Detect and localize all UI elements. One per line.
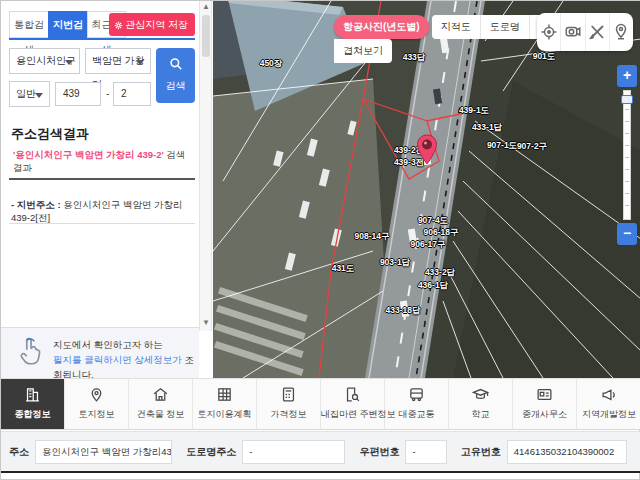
app-window: 통합검색 지번검색 최근검색 관심지역 저장 용인시처인구 백암면 가창리 일반… — [0, 0, 640, 480]
address-value: 용인시처인구 백암면 가창리439-2 — [35, 440, 172, 464]
road-address-label: 도로명주소 — [186, 445, 236, 459]
measure-icon[interactable] — [586, 13, 610, 51]
sidebar-scrollbar[interactable]: ▲ ▼ — [199, 1, 212, 331]
chevron-down-icon — [35, 93, 43, 98]
zoom-out-button[interactable]: − — [617, 223, 637, 245]
bottom-tab-realtor-office[interactable]: 중개사무소 — [513, 379, 577, 429]
map-click-notice: 지도에서 확인하고자 하는 필지를 클릭하시면 상세정보가 조회됩니다. — [1, 327, 199, 378]
address-result-query: '용인시처인구 백암면 가창리 439-2' 검색결과 — [13, 149, 193, 175]
bottom-tab-label: 종합정보 — [1, 408, 64, 421]
pin-icon — [65, 386, 128, 406]
zoom-slider-thumb[interactable] — [621, 95, 633, 104]
bottom-tab-label: 중개사무소 — [513, 408, 576, 421]
calculator-icon — [257, 386, 320, 406]
chevron-down-icon — [65, 60, 73, 65]
bottom-tab-building-info[interactable]: 건축물 정보 — [129, 379, 193, 429]
address-label: 주소 — [9, 445, 29, 459]
bottom-tab-school[interactable]: 학교 — [449, 379, 513, 429]
bottom-tab-home-area-info[interactable]: 내집마련 주변정보 — [321, 379, 385, 429]
notice-text: 지도에서 확인하고자 하는 필지를 클릭하시면 상세정보가 조회됩니다. — [53, 337, 199, 382]
scrollbar-thumb[interactable] — [202, 15, 210, 57]
search-tab-row: 통합검색 지번검색 최근검색 관심지역 저장 — [9, 11, 195, 38]
map-layer-button-4[interactable]: 겹쳐보기 — [334, 39, 392, 63]
grid-icon — [193, 386, 256, 406]
lot-type-select[interactable]: 일반 — [9, 81, 50, 107]
aerial-map-viewport[interactable]: 450장433답901도439-1도433-1답907-1도907-2구439-… — [213, 1, 640, 378]
bottom-tab-label: 토지정보 — [65, 408, 128, 421]
chevron-down-icon — [136, 60, 144, 65]
road-address-value: - — [242, 440, 345, 464]
gradcap-icon — [449, 386, 512, 406]
map-zoom-control: + − — [616, 65, 638, 245]
current-location-icon[interactable] — [537, 13, 561, 51]
town-select[interactable]: 백암면 가창리 — [85, 48, 151, 74]
search-button[interactable]: 검색 — [156, 48, 195, 103]
district-select[interactable]: 용인시처인구 — [9, 48, 80, 74]
zipcode-value: - — [405, 440, 446, 464]
zoom-slider-track[interactable] — [623, 90, 631, 220]
lot-main-input[interactable]: 439 — [55, 82, 101, 106]
tab-jibun-search[interactable]: 지번검색 — [48, 11, 87, 38]
map-layer-button-0[interactable]: 항공사진(년도별) — [334, 15, 429, 39]
card-icon — [513, 386, 576, 406]
tab-underline — [9, 38, 195, 40]
search-icon — [169, 57, 183, 71]
address-result-heading: 주소검색결과 — [11, 125, 89, 143]
search-sidebar: 통합검색 지번검색 최근검색 관심지역 저장 용인시처인구 백암면 가창리 일반… — [1, 1, 199, 378]
bottom-tab-label: 대중교통 — [385, 408, 448, 421]
tab-unified-search[interactable]: 통합검색 — [9, 11, 48, 38]
bus-icon — [385, 386, 448, 406]
bottom-tab-label: 학교 — [449, 408, 512, 421]
doc-search-icon — [321, 386, 384, 406]
aerial-imagery — [213, 1, 640, 378]
pnu-label: 고유번호 — [461, 445, 501, 459]
map-layer-button-1[interactable]: 지적도 — [432, 15, 481, 39]
bottom-tab-comprehensive-info[interactable]: 종합정보 — [1, 379, 65, 429]
bottom-tab-regional-dev-info[interactable]: 지역개발정보 — [577, 379, 640, 429]
map-tool-bar — [537, 13, 633, 51]
parcel-info-bar: 주소 용인시처인구 백암면 가창리439-2 도로명주소 - 우편번호 - 고유… — [1, 431, 640, 471]
zoom-in-button[interactable]: + — [617, 65, 637, 87]
bottom-tab-bar: 종합정보토지정보건축물 정보토지이용계획가격정보내집마련 주변정보대중교통학교중… — [1, 378, 640, 430]
building-icon — [1, 386, 64, 406]
megaphone-icon — [577, 386, 640, 406]
zipcode-label: 우편번호 — [359, 445, 399, 459]
lot-dash: - — [106, 88, 109, 99]
divider — [9, 223, 195, 224]
bottom-tab-label: 건축물 정보 — [129, 408, 192, 421]
bottom-divider — [1, 471, 640, 473]
roadview-icon[interactable] — [561, 13, 585, 51]
bottom-tab-label: 가격정보 — [257, 408, 320, 421]
save-favorite-area-button[interactable]: 관심지역 저장 — [109, 13, 195, 36]
bottom-tab-label: 토지이용계획 — [193, 408, 256, 421]
bottom-tab-price-info[interactable]: 가격정보 — [257, 379, 321, 429]
divider — [9, 178, 195, 180]
scroll-down-icon[interactable]: ▼ — [202, 319, 210, 327]
bottom-tab-land-use-plan[interactable]: 토지이용계획 — [193, 379, 257, 429]
lot-sub-input[interactable]: 2 — [113, 82, 151, 106]
jibun-address-row: - 지번주소 : 용인시처인구 백암면 가창리 439-2[전] — [11, 199, 195, 225]
gear-icon — [114, 21, 123, 30]
spot-marker-icon[interactable] — [610, 13, 633, 51]
bottom-tab-public-transit[interactable]: 대중교통 — [385, 379, 449, 429]
bottom-tab-label: 내집마련 주변정보 — [321, 408, 384, 421]
bottom-tab-label: 지역개발정보 — [577, 408, 640, 421]
map-layer-button-2[interactable]: 도로명 — [481, 15, 530, 39]
bottom-tab-land-info[interactable]: 토지정보 — [65, 379, 129, 429]
scroll-up-icon[interactable]: ▲ — [202, 3, 210, 11]
pnu-value: 4146135032104390002 — [507, 440, 627, 464]
house-icon — [129, 386, 192, 406]
hand-pointer-icon — [17, 336, 43, 372]
